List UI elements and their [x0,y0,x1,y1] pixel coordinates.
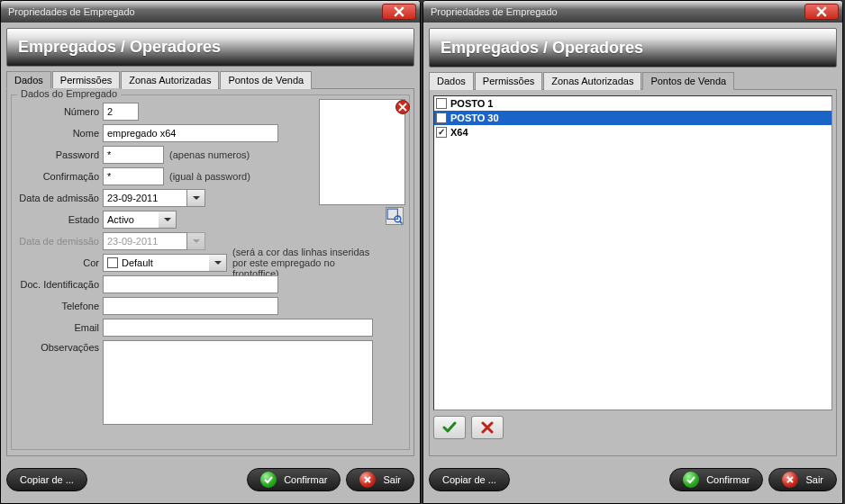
banner-title: Empregados / Operadores [441,39,643,58]
window-right: Propriedades de Empregado Empregados / O… [422,0,843,504]
estado-dropdown-button[interactable] [159,211,177,229]
check-icon [260,472,277,488]
copiar-button[interactable]: Copiar de ... [429,468,510,491]
close-icon [359,472,376,488]
input-admissao[interactable] [103,189,187,207]
titlebar: Propriedades de Empregado [423,1,842,22]
tab-permissoes[interactable]: Permissões [475,72,542,90]
list-item-label: POSTO 1 [450,98,493,109]
photo-remove-button[interactable] [395,100,410,114]
pontos-venda-list[interactable]: POSTO 1 POSTO 30 X64 [433,95,832,410]
banner: Empregados / Operadores [6,28,414,68]
photo-browse-button[interactable] [386,207,404,225]
tab-content: Dados do Empregado Número Nome [6,89,414,456]
banner-title: Empregados / Operadores [18,38,221,57]
list-item-label: POSTO 30 [450,112,499,123]
copiar-label: Copiar de ... [442,474,496,485]
color-swatch [107,257,118,268]
window-close-button[interactable] [382,4,416,20]
check-icon [442,420,457,435]
window-left: Propriedades de Empregado Empregados / O… [0,0,421,504]
label-nome: Nome [17,128,103,139]
confirmar-button[interactable]: Confirmar [247,468,341,491]
close-icon [782,472,798,488]
chevron-down-icon [164,216,171,223]
tab-pontos[interactable]: Pontos de Venda [642,72,734,90]
sair-button[interactable]: Sair [346,468,414,491]
input-email[interactable] [103,319,373,337]
close-icon [481,421,494,434]
checkbox[interactable] [436,112,447,123]
svg-rect-0 [387,210,397,220]
tab-zonas[interactable]: Zonas Autorizadas [121,71,219,89]
copiar-label: Copiar de ... [20,474,74,485]
check-icon [683,472,699,488]
select-all-button[interactable] [433,416,466,439]
footer: Copiar de ... Confirmar Sair [429,462,837,498]
admissao-dropdown-button[interactable] [187,189,205,207]
cor-dropdown-button[interactable] [209,254,227,272]
label-telefone: Telefone [17,301,103,311]
checkbox[interactable] [436,127,447,138]
checkbox[interactable] [436,98,447,109]
hint-confirm: (igual à password) [164,171,250,182]
footer: Copiar de ... Confirmar Sair [6,462,414,498]
label-estado: Estado [17,214,103,225]
group-dados-empregado: Dados do Empregado Número Nome [11,94,410,450]
search-image-icon [386,208,403,224]
window-title: Propriedades de Empregado [8,6,135,17]
close-icon [816,6,827,17]
titlebar: Propriedades de Empregado [1,1,420,22]
photo-box [319,99,405,205]
window-close-button[interactable] [804,4,839,20]
list-item[interactable]: POSTO 30 [434,111,831,125]
chevron-down-icon [214,259,222,266]
window-title: Propriedades de Empregado [431,6,558,17]
cor-value: Default [122,257,153,268]
group-title: Dados do Empregado [17,88,121,99]
label-confirm: Confirmação [17,171,103,182]
label-obs: Observações [17,340,103,353]
label-cor: Cor [17,257,103,268]
input-cor[interactable]: Default [103,254,209,272]
confirmar-label: Confirmar [284,474,327,485]
list-item-label: X64 [450,127,468,138]
hint-cor: (será a cor das linhas inseridas por est… [227,247,380,279]
tab-permissoes[interactable]: Permissões [52,71,120,89]
close-icon [394,6,404,17]
sair-label: Sair [805,474,823,485]
input-obs[interactable] [103,340,373,425]
label-email: Email [17,322,103,333]
input-password[interactable] [103,146,164,164]
close-icon [398,103,407,112]
tab-dados[interactable]: Dados [429,72,474,90]
tabstrip: Dados Permissões Zonas Autorizadas Ponto… [429,71,837,90]
confirmar-button[interactable]: Confirmar [669,468,763,491]
tab-zonas[interactable]: Zonas Autorizadas [543,72,641,90]
tab-pontos[interactable]: Pontos de Venda [220,71,312,89]
input-numero[interactable] [103,103,139,121]
list-item[interactable]: POSTO 1 [434,96,831,111]
input-telefone[interactable] [103,297,278,315]
sair-label: Sair [383,474,401,485]
chevron-down-icon [193,238,200,245]
copiar-button[interactable]: Copiar de ... [6,468,87,491]
input-estado[interactable] [103,211,159,229]
clear-all-button[interactable] [471,416,504,439]
chevron-down-icon [193,194,200,202]
sair-button[interactable]: Sair [768,468,837,491]
input-doc[interactable] [103,275,278,293]
demissao-dropdown-button [187,232,205,250]
confirmar-label: Confirmar [706,474,750,485]
label-doc: Doc. Identificação [17,279,103,290]
hint-password: (apenas numeros) [164,149,250,160]
tab-dados[interactable]: Dados [6,71,51,89]
input-nome[interactable] [103,124,278,142]
input-demissao [103,232,187,250]
input-confirm[interactable] [103,167,164,185]
label-numero: Número [17,106,103,117]
label-demissao: Data de demissão [17,236,103,247]
list-item[interactable]: X64 [434,125,831,140]
tabstrip: Dados Permissões Zonas Autorizadas Ponto… [6,70,414,89]
label-password: Password [17,149,103,160]
